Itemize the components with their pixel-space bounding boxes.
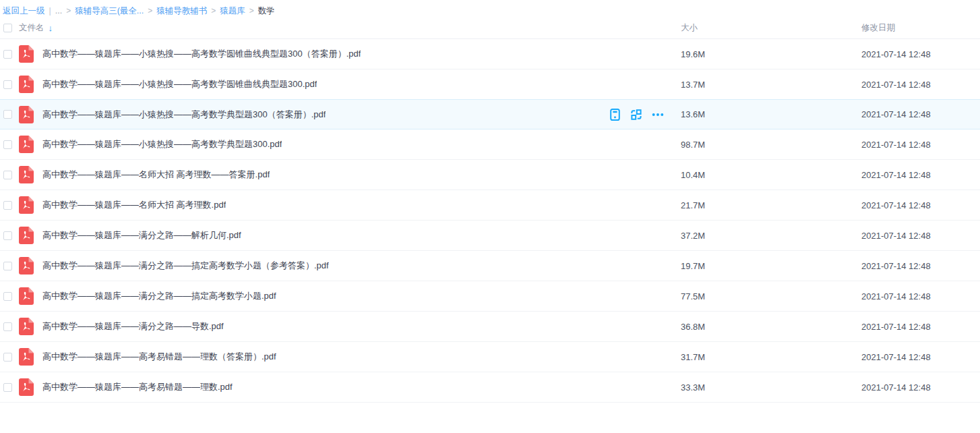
file-size: 13.6M xyxy=(681,109,861,119)
breadcrumb-divider: | xyxy=(49,6,51,16)
file-date: 2021-07-14 12:48 xyxy=(861,322,980,332)
file-icon-cell xyxy=(19,287,42,305)
pdf-file-icon xyxy=(19,45,34,63)
pdf-file-icon xyxy=(19,227,34,244)
file-date: 2021-07-14 12:48 xyxy=(861,140,980,150)
row-checkbox[interactable] xyxy=(3,50,12,59)
select-all-checkbox[interactable] xyxy=(3,24,12,32)
pdf-file-icon xyxy=(19,318,34,335)
phone-icon[interactable] xyxy=(609,109,621,121)
row-checkbox[interactable] xyxy=(3,201,12,210)
breadcrumb-link[interactable]: 猿辅导教辅书 xyxy=(156,6,207,16)
file-name[interactable]: 高中数学——猿题库——小猿热搜——高考数学圆锥曲线典型题300.pdf xyxy=(42,78,317,90)
file-row[interactable]: 高中数学——猿题库——高考易错题——理数.pdf xyxy=(0,372,980,403)
file-row[interactable]: 高中数学——猿题库——名师大招 高考理数——答案册.pdf xyxy=(0,160,980,190)
row-checkbox[interactable] xyxy=(3,353,12,362)
file-row[interactable]: 高中数学——猿题库——名师大招 高考理数.pdf xyxy=(0,190,980,221)
file-name-cell: 高中数学——猿题库——小猿热搜——高考数学圆锥曲线典型题300（答案册）.pdf xyxy=(42,48,681,60)
file-date: 2021-07-14 12:48 xyxy=(861,352,980,362)
breadcrumb-separator: > xyxy=(249,6,254,16)
file-name-cell: 高中数学——猿题库——名师大招 高考理数.pdf xyxy=(42,199,681,211)
breadcrumb-separator: > xyxy=(66,6,71,16)
file-size: 10.4M xyxy=(681,170,861,180)
breadcrumb-separator: > xyxy=(148,6,152,16)
file-name[interactable]: 高中数学——猿题库——满分之路——搞定高考数学小题.pdf xyxy=(42,290,276,302)
back-link[interactable]: 返回上一级 xyxy=(3,5,45,17)
file-row[interactable]: 高中数学——猿题库——高考易错题——理数（答案册）.pdf xyxy=(0,342,980,372)
file-row[interactable]: 高中数学——猿题库——满分之路——搞定高考数学小题.pdf xyxy=(0,281,980,312)
breadcrumb-link[interactable]: 猿辅导高三(最全... xyxy=(75,6,144,16)
row-checkbox[interactable] xyxy=(3,110,12,119)
file-name[interactable]: 高中数学——猿题库——小猿热搜——高考数学圆锥曲线典型题300（答案册）.pdf xyxy=(42,48,361,60)
file-row[interactable]: 高中数学——猿题库——小猿热搜——高考数学圆锥曲线典型题300.pdf xyxy=(0,69,980,100)
file-name-cell: 高中数学——猿题库——小猿热搜——高考数学典型题300.pdf xyxy=(42,138,681,150)
pdf-file-icon xyxy=(19,287,34,305)
file-row[interactable]: 高中数学——猿题库——小猿热搜——高考数学圆锥曲线典型题300（答案册）.pdf xyxy=(0,39,980,69)
file-name-cell: 高中数学——猿题库——满分之路——解析几何.pdf xyxy=(42,229,681,241)
row-checkbox[interactable] xyxy=(3,80,12,89)
row-checkbox-cell xyxy=(0,383,19,392)
file-date: 2021-07-14 12:48 xyxy=(861,80,980,90)
file-size: 21.7M xyxy=(681,200,861,210)
row-checkbox-cell xyxy=(0,292,19,301)
file-size: 19.7M xyxy=(681,261,861,271)
row-checkbox[interactable] xyxy=(3,171,12,179)
file-row[interactable]: 高中数学——猿题库——满分之路——导数.pdf xyxy=(0,312,980,342)
file-icon-cell xyxy=(19,196,42,214)
file-size: 36.8M xyxy=(681,322,861,332)
file-size: 31.7M xyxy=(681,352,861,362)
file-row[interactable]: 高中数学——猿题库——满分之路——解析几何.pdf xyxy=(0,221,980,251)
row-checkbox-cell xyxy=(0,201,19,210)
sort-desc-icon[interactable]: ↓ xyxy=(49,24,53,32)
file-row[interactable]: 高中数学——猿题库——小猿热搜——高考数学典型题300.pdf xyxy=(0,129,980,160)
row-checkbox-cell xyxy=(0,322,19,331)
file-icon-cell xyxy=(19,45,42,63)
breadcrumb-ellipsis: ... xyxy=(55,6,62,16)
row-checkbox[interactable] xyxy=(3,231,12,240)
transfer-icon[interactable] xyxy=(630,109,642,121)
pdf-file-icon xyxy=(19,378,34,396)
file-name[interactable]: 高中数学——猿题库——名师大招 高考理数——答案册.pdf xyxy=(42,169,270,181)
file-name-cell: 高中数学——猿题库——小猿热搜——高考数学圆锥曲线典型题300.pdf xyxy=(42,78,681,90)
file-name[interactable]: 高中数学——猿题库——小猿热搜——高考数学典型题300（答案册）.pdf xyxy=(42,109,326,121)
row-actions xyxy=(609,109,664,121)
row-checkbox[interactable] xyxy=(3,140,12,149)
file-name[interactable]: 高中数学——猿题库——满分之路——搞定高考数学小题（参考答案）.pdf xyxy=(42,260,329,272)
more-icon[interactable] xyxy=(652,109,664,121)
file-name-cell: 高中数学——猿题库——高考易错题——理数.pdf xyxy=(42,381,681,393)
file-date: 2021-07-14 12:48 xyxy=(861,170,980,180)
column-header-name[interactable]: 文件名 xyxy=(19,22,44,34)
file-icon-cell xyxy=(19,257,42,275)
row-checkbox-cell xyxy=(0,50,19,59)
select-all-cell xyxy=(0,24,19,32)
file-size: 19.6M xyxy=(681,49,861,59)
column-header-name-cell: 文件名 ↓ xyxy=(19,22,681,34)
row-checkbox-cell xyxy=(0,80,19,89)
file-date: 2021-07-14 12:48 xyxy=(861,200,980,210)
file-name[interactable]: 高中数学——猿题库——小猿热搜——高考数学典型题300.pdf xyxy=(42,138,282,150)
pdf-file-icon xyxy=(19,106,34,123)
row-checkbox[interactable] xyxy=(3,292,12,301)
file-name[interactable]: 高中数学——猿题库——名师大招 高考理数.pdf xyxy=(42,199,226,211)
file-icon-cell xyxy=(19,136,42,153)
breadcrumb-link[interactable]: 猿题库 xyxy=(220,6,245,16)
file-name[interactable]: 高中数学——猿题库——高考易错题——理数.pdf xyxy=(42,381,233,393)
file-row[interactable]: 高中数学——猿题库——小猿热搜——高考数学典型题300（答案册）.pdf xyxy=(0,99,980,129)
breadcrumb: 返回上一级 | ... >猿辅导高三(最全...>猿辅导教辅书>猿题库>数学 xyxy=(0,0,980,18)
file-row[interactable]: 高中数学——猿题库——满分之路——搞定高考数学小题（参考答案）.pdf xyxy=(0,251,980,281)
file-name[interactable]: 高中数学——猿题库——满分之路——解析几何.pdf xyxy=(42,229,241,241)
row-checkbox[interactable] xyxy=(3,383,12,392)
file-name-cell: 高中数学——猿题库——高考易错题——理数（答案册）.pdf xyxy=(42,351,681,363)
file-icon-cell xyxy=(19,318,42,335)
file-date: 2021-07-14 12:48 xyxy=(861,291,980,301)
file-name[interactable]: 高中数学——猿题库——高考易错题——理数（答案册）.pdf xyxy=(42,351,276,363)
row-checkbox[interactable] xyxy=(3,262,12,270)
column-header-size[interactable]: 大小 xyxy=(681,22,861,34)
row-checkbox[interactable] xyxy=(3,322,12,331)
row-checkbox-cell xyxy=(0,231,19,240)
file-name[interactable]: 高中数学——猿题库——满分之路——导数.pdf xyxy=(42,320,224,333)
file-size: 77.5M xyxy=(681,291,861,301)
file-size: 37.2M xyxy=(681,231,861,241)
file-icon-cell xyxy=(19,166,42,183)
column-header-date[interactable]: 修改日期 xyxy=(861,22,980,34)
